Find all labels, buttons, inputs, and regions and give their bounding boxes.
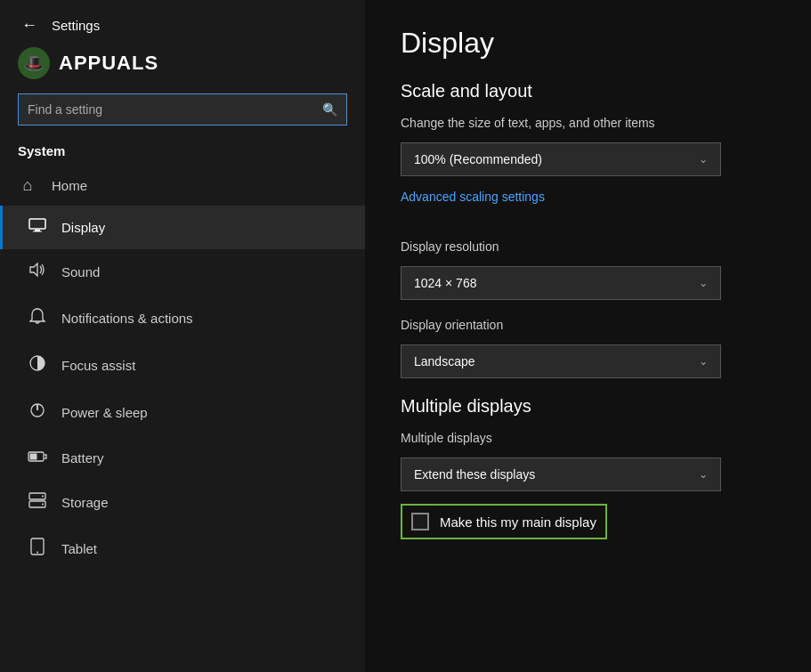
resolution-dropdown[interactable]: 1024 × 768 ⌄ <box>401 266 721 300</box>
multiple-displays-dropdown-arrow: ⌄ <box>699 468 708 481</box>
nav-items: Display Sound Notifications & actions <box>0 206 365 672</box>
sidebar-item-focus[interactable]: Focus assist <box>0 342 365 389</box>
resolution-label: Display resolution <box>401 239 775 254</box>
system-section-label: System <box>0 138 365 166</box>
search-icon: 🔍 <box>322 102 337 117</box>
page-title: Display <box>401 27 775 60</box>
multiple-displays-label: Multiple displays <box>401 431 775 445</box>
svg-point-11 <box>42 496 44 498</box>
sidebar-item-battery[interactable]: Battery <box>0 436 365 480</box>
sidebar-item-notifications-label: Notifications & actions <box>61 311 193 326</box>
svg-rect-0 <box>29 219 45 229</box>
resolution-dropdown-value: 1024 × 768 <box>414 276 476 290</box>
orientation-dropdown-arrow: ⌄ <box>699 355 708 368</box>
window-title: Settings <box>52 18 100 33</box>
logo-area: 🎩 APPUALS <box>0 47 365 88</box>
main-content: Display Scale and layout Change the size… <box>365 0 811 672</box>
scale-dropdown[interactable]: 100% (Recommended) ⌄ <box>401 142 721 176</box>
svg-point-12 <box>42 504 44 506</box>
battery-icon <box>28 449 47 467</box>
main-display-checkbox-row[interactable]: Make this my main display <box>401 504 607 539</box>
svg-rect-2 <box>33 231 42 232</box>
multiple-displays-title: Multiple displays <box>401 396 775 417</box>
back-icon: ← <box>21 16 37 35</box>
display-icon <box>28 218 47 237</box>
svg-marker-3 <box>30 263 37 276</box>
multiple-displays-section: Multiple displays Multiple displays Exte… <box>401 396 775 539</box>
power-icon <box>28 401 47 424</box>
search-container: 🔍 <box>0 88 365 138</box>
home-label: Home <box>52 178 87 193</box>
sidebar-item-home[interactable]: ⌂ Home <box>0 166 365 206</box>
focus-icon <box>28 354 47 376</box>
sidebar-item-notifications[interactable]: Notifications & actions <box>0 295 365 342</box>
sidebar-item-sound[interactable]: Sound <box>0 249 365 295</box>
sidebar: ← Settings 🎩 APPUALS 🔍 System ⌂ Home <box>0 0 365 672</box>
orientation-dropdown-value: Landscape <box>414 354 475 368</box>
tablet-icon <box>28 538 47 560</box>
scale-section-title: Scale and layout <box>401 81 775 101</box>
back-button[interactable]: ← <box>18 12 41 38</box>
main-display-checkbox-label: Make this my main display <box>440 514 596 530</box>
notifications-icon <box>28 307 47 329</box>
home-icon: ⌂ <box>18 176 37 195</box>
sidebar-item-storage-label: Storage <box>61 495 109 510</box>
advanced-scaling-link[interactable]: Advanced scaling settings <box>401 190 545 204</box>
size-label: Change the size of text, apps, and other… <box>401 116 775 130</box>
search-box: 🔍 <box>18 93 347 125</box>
scale-dropdown-value: 100% (Recommended) <box>414 152 542 166</box>
sidebar-item-display[interactable]: Display <box>0 206 365 249</box>
multiple-displays-dropdown[interactable]: Extend these displays ⌄ <box>401 457 721 491</box>
logo-emoji: 🎩 <box>24 53 44 73</box>
sound-icon <box>28 262 47 282</box>
multiple-displays-dropdown-value: Extend these displays <box>414 467 535 482</box>
logo-text: APPUALS <box>59 52 158 75</box>
storage-icon <box>28 492 47 513</box>
sidebar-item-focus-label: Focus assist <box>61 358 135 373</box>
sidebar-header: ← Settings <box>0 0 365 47</box>
orientation-dropdown[interactable]: Landscape ⌄ <box>401 344 721 378</box>
logo-icon: 🎩 <box>18 47 50 79</box>
svg-point-14 <box>36 552 38 554</box>
main-display-checkbox[interactable] <box>411 513 429 530</box>
sidebar-item-battery-label: Battery <box>61 450 104 466</box>
scale-dropdown-arrow: ⌄ <box>699 153 708 166</box>
sidebar-item-tablet-label: Tablet <box>61 541 97 556</box>
sidebar-item-sound-label: Sound <box>61 264 100 279</box>
resolution-dropdown-arrow: ⌄ <box>699 277 708 289</box>
sidebar-item-storage[interactable]: Storage <box>0 480 365 525</box>
svg-rect-8 <box>30 454 37 460</box>
search-input[interactable] <box>19 102 313 117</box>
sidebar-item-power-label: Power & sleep <box>61 405 148 420</box>
sidebar-item-tablet[interactable]: Tablet <box>0 525 365 572</box>
sidebar-item-display-label: Display <box>61 220 105 235</box>
search-button[interactable]: 🔍 <box>313 102 346 117</box>
orientation-label: Display orientation <box>401 318 775 332</box>
sidebar-item-power[interactable]: Power & sleep <box>0 389 365 436</box>
